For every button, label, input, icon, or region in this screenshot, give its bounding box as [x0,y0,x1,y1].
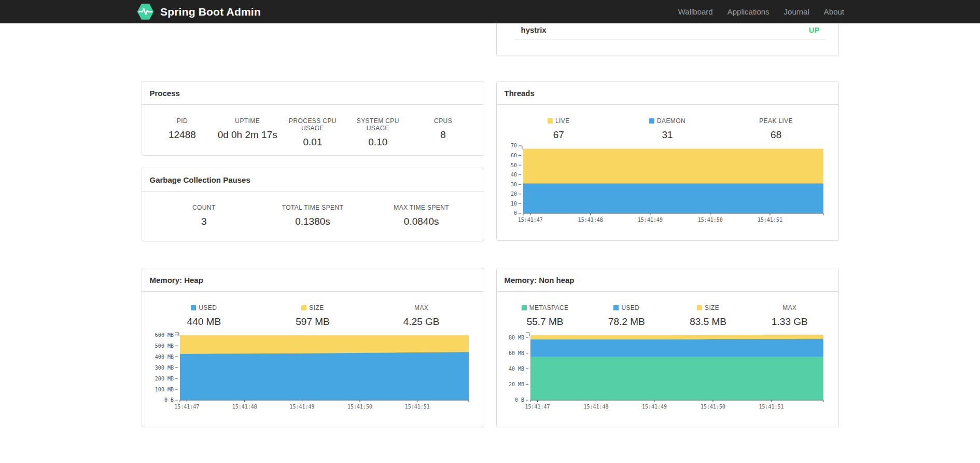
threads-panel: Threads LIVE67DAEMON31PEAK LIVE68 15:41:… [496,81,839,241]
memory-heap-panel: Memory: Heap USED440 MBSIZE597 MBMAX4.25… [142,268,484,427]
svg-text:400 MB: 400 MB [155,354,173,360]
stat-system-cpu-usage: SYSTEM CPU USAGE0.10 [345,117,411,148]
panel-title: Memory: Non heap [497,268,838,292]
svg-text:40 MB: 40 MB [508,366,524,372]
stat-value: 12488 [150,129,215,141]
stat-value: 0d 0h 2m 17s [215,129,280,141]
svg-text:20: 20 [510,191,516,197]
stat-label: PID [150,117,215,125]
stat-label: PEAK LIVE [722,117,831,125]
stat-label: CPUS [411,117,476,125]
svg-text:15:41:51: 15:41:51 [757,217,782,223]
svg-text:15:41:50: 15:41:50 [347,404,372,410]
stat-label: MAX [367,304,476,311]
legend-swatch-icon [613,305,619,310]
stat-label: LIVE [505,117,613,125]
nav-item-applications[interactable]: Applications [720,0,777,23]
stat-max-time-spent: MAX TIME SPENT0.0840s [367,204,476,227]
stat-value: 0.1380s [258,216,367,227]
application-name-link[interactable]: hystrix [521,25,547,34]
svg-text:200 MB: 200 MB [155,376,173,382]
stat-label: USED [150,304,259,311]
heap-memory-chart: 15:41:4715:41:4815:41:4915:41:5015:41:51… [150,330,476,412]
stat-label: SIZE [258,304,367,311]
legend-swatch-icon [697,305,702,310]
svg-text:60 MB: 60 MB [508,350,524,356]
stat-used: USED78.2 MB [586,304,667,328]
legend-swatch-icon [548,118,553,124]
stat-value: 8 [411,129,476,141]
stat-label: TOTAL TIME SPENT [258,204,367,211]
stat-count: COUNT3 [150,204,259,227]
svg-text:15:41:51: 15:41:51 [404,404,429,410]
stat-max: MAX4.25 GB [367,304,476,328]
memory-nonheap-panel: Memory: Non heap METASPACE55.7 MBUSED78.… [496,268,839,427]
svg-text:60: 60 [510,153,516,158]
svg-text:15:41:48: 15:41:48 [583,404,608,410]
gc-stats: COUNT3TOTAL TIME SPENT0.1380sMAX TIME SP… [150,204,476,227]
svg-text:15:41:48: 15:41:48 [232,404,257,410]
legend-swatch-icon [191,305,196,310]
stat-label: MAX [749,304,830,311]
stat-label: METASPACE [505,304,586,311]
svg-text:0: 0 [513,210,516,216]
legend-swatch-icon [522,305,527,310]
svg-text:15:41:47: 15:41:47 [525,404,550,410]
right-column: hystrix UP Threads LIVE67DAEMON31PEAK LI… [496,23,839,427]
stat-size: SIZE83.5 MB [667,304,749,328]
application-row[interactable]: hystrix UP [515,23,826,39]
stat-value: 83.5 MB [667,316,749,328]
threads-legend: LIVE67DAEMON31PEAK LIVE68 [505,117,831,141]
svg-text:15:41:49: 15:41:49 [289,404,314,410]
svg-text:15:41:47: 15:41:47 [517,217,542,223]
svg-text:70: 70 [510,143,516,148]
stat-value: 597 MB [258,316,367,328]
nav-item-wallboard[interactable]: Wallboard [671,0,720,23]
svg-text:600 MB: 600 MB [155,332,173,338]
stat-value: 68 [722,129,831,141]
applications-panel: hystrix UP [496,23,839,56]
stat-used: USED440 MB [150,304,259,328]
panel-title: Memory: Heap [142,268,484,292]
stat-label: USED [586,304,667,311]
nonheap-legend: METASPACE55.7 MBUSED78.2 MBSIZE83.5 MBMA… [505,304,831,328]
stat-label: SYSTEM CPU USAGE [345,117,411,132]
nav-item-journal[interactable]: Journal [777,0,817,23]
stat-value: 0.0840s [367,216,476,227]
left-column: Process PID12488UPTIME0d 0h 2m 17sPROCES… [142,23,484,427]
stat-value: 31 [613,129,722,141]
status-badge: UP [809,25,820,34]
stat-value: 0.10 [345,137,411,148]
brand[interactable]: Spring Boot Admin [136,3,261,20]
stat-value: 4.25 GB [367,316,476,328]
svg-text:80 MB: 80 MB [508,335,524,341]
stat-label: COUNT [150,204,259,211]
svg-text:500 MB: 500 MB [155,343,173,349]
svg-text:10: 10 [510,201,516,207]
stat-size: SIZE597 MB [258,304,367,328]
stat-label: DAEMON [613,117,722,125]
stat-value: 1.33 GB [749,316,830,328]
nav-item-about[interactable]: About [817,0,844,23]
stat-label: SIZE [667,304,749,311]
panel-title: Process [142,81,484,105]
heap-legend: USED440 MBSIZE597 MBMAX4.25 GB [150,304,476,328]
main-content: Process PID12488UPTIME0d 0h 2m 17sPROCES… [142,23,839,427]
stat-value: 3 [150,216,259,227]
stat-value: 78.2 MB [586,316,667,328]
threads-chart: 15:41:4715:41:4815:41:4915:41:5015:41:51… [505,143,831,225]
svg-text:300 MB: 300 MB [155,365,173,371]
stat-pid: PID12488 [150,117,215,148]
svg-text:15:41:48: 15:41:48 [578,217,603,223]
svg-text:0 B: 0 B [164,397,173,403]
nonheap-memory-chart: 15:41:4715:41:4815:41:4915:41:5015:41:51… [505,330,831,412]
svg-text:0 B: 0 B [514,397,524,403]
legend-swatch-icon [649,118,654,124]
stat-total-time-spent: TOTAL TIME SPENT0.1380s [258,204,367,227]
stat-process-cpu-usage: PROCESS CPU USAGE0.01 [280,117,345,148]
stat-max: MAX1.33 GB [749,304,830,328]
svg-text:15:41:49: 15:41:49 [641,404,666,410]
navbar-menu: Wallboard Applications Journal About [671,0,844,23]
stat-value: 55.7 MB [505,316,586,328]
brand-title: Spring Boot Admin [160,6,261,18]
